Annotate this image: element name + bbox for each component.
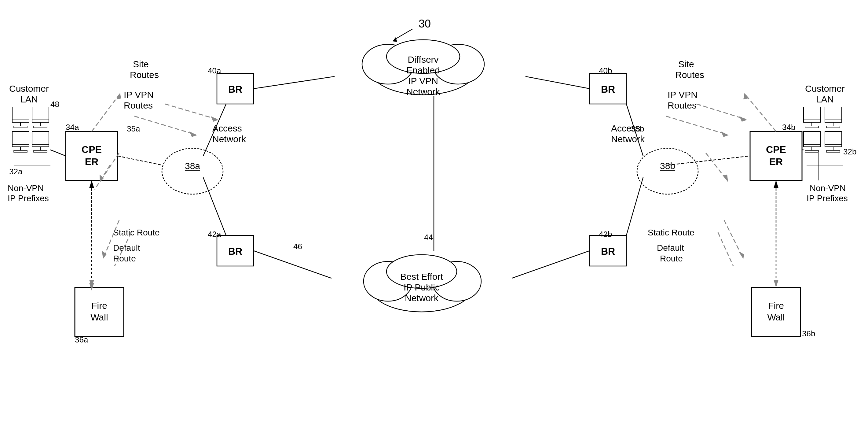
diffserv-label4: Network: [406, 87, 440, 97]
ref-42b: 42b: [599, 230, 612, 239]
svg-rect-73: [825, 131, 842, 144]
ref-40a: 40a: [208, 66, 221, 75]
ref-40b: 40b: [599, 66, 612, 75]
cpe-er-left-label2: ER: [85, 156, 98, 167]
ref-35a: 35a: [127, 124, 140, 133]
default-route-right: Default: [657, 243, 684, 253]
svg-rect-23: [66, 131, 118, 180]
diffserv-label2: Enabled: [406, 65, 440, 75]
ip-vpn-routes-left: IP VPN: [124, 90, 154, 100]
svg-rect-70: [804, 144, 820, 147]
ref-36b: 36b: [802, 329, 815, 338]
svg-rect-74: [825, 144, 842, 147]
access-network-left2: Network: [212, 134, 246, 144]
best-effort-label2: IP Public: [404, 282, 440, 292]
ref-34a: 34a: [66, 123, 79, 132]
svg-rect-69: [804, 131, 820, 144]
ref-46: 46: [293, 242, 302, 251]
br-top-left-label: BR: [228, 84, 242, 95]
svg-rect-12: [12, 144, 29, 147]
cpe-er-left-label1: CPE: [82, 144, 102, 155]
br-bot-left-label: BR: [228, 246, 242, 257]
firewall-left-label2: Wall: [90, 312, 108, 322]
default-route-left2: Route: [113, 254, 136, 263]
ref-44: 44: [424, 233, 433, 242]
ref-36a: 36a: [75, 335, 88, 344]
access-network-right2: Network: [611, 134, 645, 144]
default-route-left: Default: [113, 243, 140, 253]
ref-48: 48: [51, 100, 59, 109]
svg-rect-68: [827, 126, 840, 128]
svg-rect-57: [752, 287, 801, 336]
non-vpn-left2: IP Prefixes: [8, 194, 49, 203]
svg-rect-15: [32, 131, 49, 144]
svg-text:38b: 38b: [660, 161, 675, 171]
cpe-er-right-label2: ER: [769, 156, 783, 167]
ref-32a: 32a: [9, 167, 23, 176]
figure-number: 30: [418, 18, 431, 30]
firewall-right-label1: Fire: [768, 300, 784, 311]
svg-rect-7: [32, 107, 49, 120]
diffserv-label3: IP VPN: [408, 76, 438, 86]
svg-rect-18: [34, 150, 47, 152]
svg-rect-4: [12, 120, 29, 122]
svg-rect-76: [827, 150, 840, 152]
access-net-right: 38b: [637, 148, 698, 194]
firewall-left-label1: Fire: [91, 300, 107, 311]
best-effort-label1: Best Effort: [400, 271, 443, 282]
svg-rect-65: [825, 107, 842, 120]
static-route-left: Static Route: [113, 228, 160, 237]
svg-rect-3: [12, 107, 29, 120]
svg-rect-8: [32, 120, 49, 122]
ref-32b: 32b: [843, 147, 857, 156]
svg-rect-10: [34, 126, 47, 128]
customer-lan-right-label: Customer: [805, 84, 845, 94]
customer-lan-right-label2: LAN: [816, 94, 834, 104]
br-bot-right-label: BR: [601, 246, 615, 257]
svg-text:38a: 38a: [185, 161, 200, 171]
svg-rect-61: [804, 107, 820, 120]
customer-lan-left-label: Customer: [9, 84, 49, 94]
site-routes-left: Site: [133, 59, 149, 69]
ref-42a: 42a: [208, 230, 221, 239]
network-diagram: 30 Customer LAN 32a: [0, 0, 868, 440]
br-top-right-label: BR: [601, 84, 615, 95]
ref-34b: 34b: [782, 123, 795, 132]
svg-rect-72: [805, 150, 818, 152]
svg-rect-6: [14, 126, 27, 128]
best-effort-label3: Network: [405, 293, 439, 303]
site-routes-right2: Routes: [675, 70, 704, 80]
non-vpn-right: Non-VPN: [810, 183, 846, 193]
non-vpn-right2: IP Prefixes: [807, 194, 848, 203]
non-vpn-left: Non-VPN: [8, 183, 44, 193]
firewall-right-label2: Wall: [767, 312, 784, 322]
site-routes-right: Site: [678, 59, 694, 69]
cpe-er-right-label1: CPE: [766, 144, 786, 155]
ip-vpn-routes-left2: Routes: [124, 100, 153, 110]
svg-rect-55: [750, 131, 802, 180]
default-route-right2: Route: [660, 254, 683, 263]
ip-vpn-routes-right: IP VPN: [668, 90, 698, 100]
svg-rect-14: [14, 150, 27, 152]
static-route-right: Static Route: [648, 228, 694, 237]
svg-rect-66: [825, 120, 842, 122]
ip-vpn-routes-right2: Routes: [668, 100, 696, 110]
svg-rect-11: [12, 131, 29, 144]
svg-rect-62: [804, 120, 820, 122]
svg-rect-16: [32, 144, 49, 147]
access-net-left: 38a: [162, 148, 223, 194]
svg-point-51: [637, 148, 698, 194]
diffserv-label1: Diffserv: [408, 54, 438, 64]
customer-lan-left-label2: LAN: [20, 94, 38, 104]
svg-point-30: [162, 148, 223, 194]
svg-rect-64: [805, 126, 818, 128]
site-routes-left2: Routes: [130, 70, 159, 80]
svg-rect-25: [75, 287, 124, 336]
